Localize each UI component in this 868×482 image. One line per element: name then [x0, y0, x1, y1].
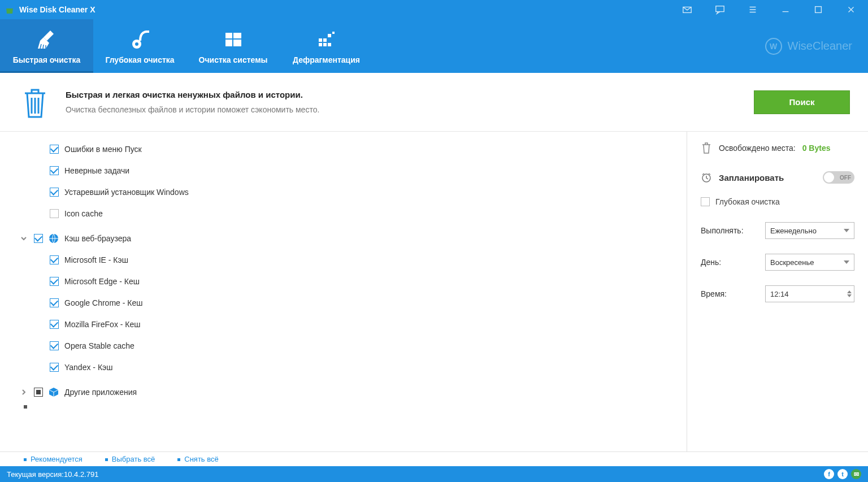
tree-item-start-menu-errors[interactable]: Ошибки в меню Пуск	[19, 138, 673, 160]
svg-rect-13	[323, 43, 327, 46]
version-value: 10.4.2.791	[64, 470, 98, 479]
social-links: f t ✉	[824, 469, 861, 479]
tab-system-clean[interactable]: Очистка системы	[186, 19, 280, 73]
spinner-down-icon[interactable]	[847, 294, 852, 297]
maximize-button[interactable]	[813, 4, 824, 15]
time-label: Время:	[701, 289, 727, 298]
tree-item-opera-cache[interactable]: Opera Stable cache	[19, 335, 673, 357]
checkbox[interactable]	[50, 341, 59, 350]
deep-clean-label: Глубокая очистка	[715, 197, 780, 206]
tree-item-label: Opera Stable cache	[64, 341, 134, 350]
checkbox[interactable]	[50, 188, 59, 197]
svg-point-4	[135, 42, 138, 46]
statusbar: Текущая версия:10.4.2.791 f t ✉	[0, 466, 868, 482]
svg-rect-16	[332, 32, 335, 34]
schedule-row: Запланировать OFF	[701, 171, 854, 184]
checkbox[interactable]	[50, 209, 59, 218]
chevron-down-icon[interactable]	[19, 234, 28, 243]
checkbox[interactable]	[50, 166, 59, 175]
banner-subtext: Очистка бесполезных файлов и истории пом…	[66, 105, 319, 114]
perform-select[interactable]: Еженедельно	[765, 222, 854, 239]
tree-item-firefox-cache[interactable]: Mozilla FireFox - Кеш	[19, 314, 673, 335]
clock-icon	[701, 172, 712, 183]
titlebar: Wise Disk Cleaner X	[0, 0, 868, 19]
tree-item-invalid-tasks[interactable]: Неверные задачи	[19, 160, 673, 181]
time-spinner[interactable]	[847, 290, 852, 297]
checkbox[interactable]	[50, 363, 59, 372]
brand-logo: W WiseCleaner	[765, 38, 852, 55]
tree-item-chrome-cache[interactable]: Google Chrome - Кеш	[19, 292, 673, 314]
time-input[interactable]: 12:14	[765, 285, 854, 302]
checkbox[interactable]	[701, 197, 710, 206]
checkbox[interactable]	[50, 277, 59, 286]
brand-badge-icon: W	[765, 38, 782, 55]
tab-defrag[interactable]: Дефрагментация	[280, 19, 373, 73]
svg-rect-11	[323, 38, 327, 42]
tab-label: Быстрая очистка	[13, 55, 80, 64]
spinner-up-icon[interactable]	[847, 290, 852, 293]
tree-item-icon-cache[interactable]: Icon cache	[19, 203, 673, 224]
vacuum-icon	[129, 28, 151, 51]
app-icon	[5, 5, 15, 15]
tree-group-browser-cache[interactable]: Кэш веб-браузера	[19, 228, 673, 249]
svg-rect-2	[815, 7, 822, 13]
email-icon[interactable]: ✉	[851, 469, 861, 479]
tree-group-other-apps[interactable]: Другие приложения	[19, 381, 673, 403]
deep-clean-option[interactable]: Глубокая очистка	[701, 197, 854, 206]
minimize-button[interactable]	[780, 4, 791, 15]
checkbox[interactable]	[50, 298, 59, 307]
cleanup-tree: Ошибки в меню Пуск Неверные задачи Устар…	[0, 132, 687, 451]
tree-item-ie-cache[interactable]: Microsoft IE - Кэш	[19, 249, 673, 271]
checkbox[interactable]	[50, 320, 59, 329]
link-recommended[interactable]: Рекомендуется	[24, 455, 83, 463]
schedule-toggle[interactable]: OFF	[823, 171, 854, 184]
tree-item-yandex-cache[interactable]: Yandex - Кэш	[19, 357, 673, 378]
svg-rect-7	[233, 33, 241, 38]
tree-item-edge-cache[interactable]: Microsoft Edge - Кеш	[19, 271, 673, 292]
svg-rect-1	[716, 6, 724, 12]
windows-icon	[222, 28, 245, 51]
footer-links: Рекомендуется Выбрать всё Снять всё	[0, 451, 868, 466]
tree-item-label: Microsoft Edge - Кеш	[64, 277, 140, 286]
tree-item-old-installer[interactable]: Устаревший установщик Windows	[19, 181, 673, 203]
defrag-icon	[315, 28, 338, 51]
checkbox[interactable]	[50, 255, 59, 264]
tab-quick-clean[interactable]: Быстрая очистка	[0, 19, 93, 73]
checkbox[interactable]	[50, 145, 59, 154]
checkbox-indeterminate[interactable]	[34, 388, 43, 397]
link-deselect-all[interactable]: Снять всё	[177, 455, 218, 463]
tree-item-label: Mozilla FireFox - Кеш	[64, 320, 141, 329]
tree-item-label: Microsoft IE - Кэш	[64, 255, 128, 264]
tree-group-label: Другие приложения	[64, 388, 137, 397]
schedule-label: Запланировать	[719, 173, 784, 183]
search-button[interactable]: Поиск	[754, 90, 850, 114]
dropdown-icon	[844, 260, 849, 264]
feedback-icon[interactable]	[714, 4, 726, 15]
link-select-all[interactable]: Выбрать всё	[105, 455, 155, 463]
freed-label: Освобождено места:	[719, 144, 796, 153]
mail-icon[interactable]	[682, 4, 693, 15]
day-label: День:	[701, 258, 721, 267]
svg-rect-14	[328, 43, 331, 46]
svg-rect-10	[319, 38, 322, 42]
svg-rect-15	[328, 34, 331, 37]
tree-item-label: Icon cache	[64, 209, 103, 218]
tree-group-label: Кэш веб-браузера	[64, 234, 131, 243]
twitter-icon[interactable]: t	[837, 469, 848, 479]
trash-small-icon	[701, 142, 712, 154]
trash-icon	[20, 85, 50, 119]
day-select[interactable]: Воскресенье	[765, 254, 854, 271]
tab-label: Дефрагментация	[293, 55, 360, 64]
menu-icon[interactable]	[747, 4, 758, 15]
banner-heading: Быстрая и легкая очистка ненужных файлов…	[66, 90, 319, 99]
chevron-right-icon[interactable]	[19, 388, 28, 397]
globe-icon	[49, 233, 59, 244]
facebook-icon[interactable]: f	[824, 469, 834, 479]
tab-deep-clean[interactable]: Глубокая очистка	[93, 19, 186, 73]
svg-rect-8	[225, 40, 232, 46]
checkbox[interactable]	[34, 234, 43, 243]
close-button[interactable]	[845, 4, 857, 15]
svg-rect-6	[225, 33, 232, 38]
dropdown-icon	[844, 229, 849, 232]
svg-rect-12	[319, 43, 322, 46]
